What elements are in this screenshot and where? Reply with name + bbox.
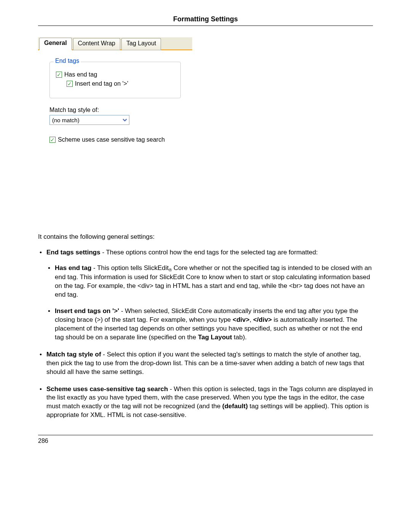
has-end-tag-row[interactable]: ✓ Has end tag xyxy=(56,71,174,78)
page-number: 286 xyxy=(38,438,373,444)
match-tag-style-value: (no match) xyxy=(52,117,80,123)
checkbox-checked-icon[interactable]: ✓ xyxy=(67,81,73,87)
match-tag-style-select[interactable]: (no match) xyxy=(49,115,129,125)
end-tags-settings-desc: - These options control how the end tags… xyxy=(100,249,318,256)
list-item: Has end tag - This option tells SlickEdi… xyxy=(46,264,373,299)
dialog-body: End tags ✓ Has end tag ✓ Insert end tag … xyxy=(38,50,192,222)
footer-rule xyxy=(38,435,373,435)
checkbox-checked-icon[interactable]: ✓ xyxy=(56,72,62,78)
end-tags-sublist: Has end tag - This option tells SlickEdi… xyxy=(46,264,373,342)
match-tag-style-label: Match tag style of: xyxy=(49,107,181,113)
insert-end-tag-row[interactable]: ✓ Insert end tag on '>' xyxy=(67,80,174,87)
case-sensitive-label: Scheme uses case sensitive tag search xyxy=(58,136,165,143)
list-item: End tags settings - These options contro… xyxy=(38,248,373,342)
end-tags-group-label: End tags xyxy=(54,58,81,64)
insert-end-tags-term: Insert end tags on '>' xyxy=(55,307,119,315)
page: Formatting Settings General Content Wrap… xyxy=(0,0,411,460)
tab-bar: General Content Wrap Tag Layout xyxy=(38,37,192,50)
header-rule xyxy=(38,26,373,26)
tab-tag-layout[interactable]: Tag Layout xyxy=(121,38,161,50)
chevron-down-icon[interactable] xyxy=(121,117,128,123)
settings-dialog: General Content Wrap Tag Layout End tags… xyxy=(38,37,192,222)
page-title: Formatting Settings xyxy=(38,15,373,26)
end-tags-group: End tags ✓ Has end tag ✓ Insert end tag … xyxy=(49,62,181,98)
checkbox-checked-icon[interactable]: ✓ xyxy=(49,137,56,143)
settings-list: End tags settings - These options contro… xyxy=(38,248,373,420)
match-tag-style-term: Match tag style of xyxy=(46,351,101,358)
insert-end-tag-label: Insert end tag on '>' xyxy=(75,80,128,87)
intro-text: It contains the following general settin… xyxy=(38,233,373,241)
list-item: Match tag style of - Select this option … xyxy=(38,350,373,377)
end-tags-settings-term: End tags settings xyxy=(46,249,100,256)
has-end-tag-label: Has end tag xyxy=(64,71,97,78)
scheme-case-sensitive-term: Scheme uses case-sensitive tag search xyxy=(46,385,168,393)
tab-content-wrap[interactable]: Content Wrap xyxy=(73,38,120,50)
list-item: Scheme uses case-sensitive tag search - … xyxy=(38,385,373,420)
case-sensitive-row[interactable]: ✓ Scheme uses case sensitive tag search xyxy=(49,136,181,143)
has-end-tag-term: Has end tag xyxy=(55,264,91,272)
tab-general[interactable]: General xyxy=(39,38,72,50)
list-item: Insert end tags on '>' - When selected, … xyxy=(46,307,373,342)
